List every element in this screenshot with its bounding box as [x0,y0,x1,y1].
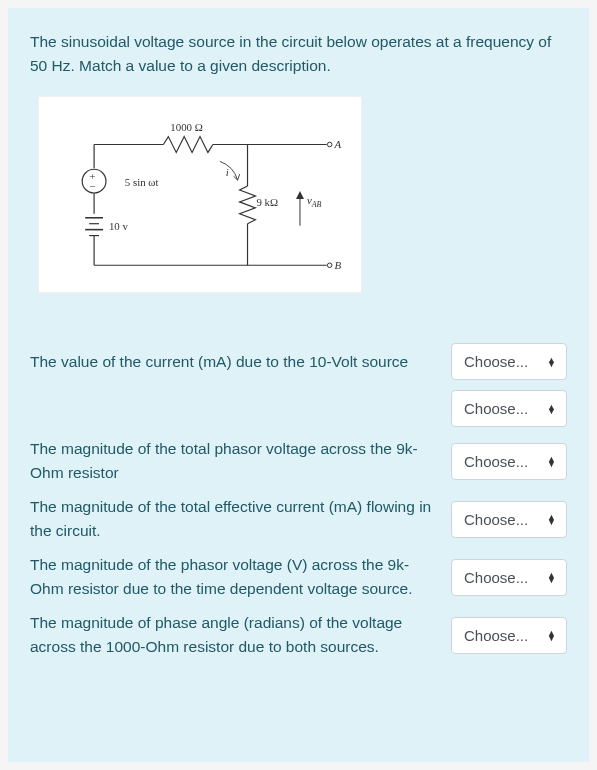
dropdown-value: Choose... [464,511,528,528]
dropdown-value: Choose... [464,453,528,470]
sort-icon: ▲▼ [547,357,556,366]
match-row: The magnitude of the phasor voltage (V) … [30,553,567,601]
dropdown-value: Choose... [464,353,528,370]
label-r1: 1000 Ω [170,121,203,133]
match-label: The magnitude of the total phasor voltag… [30,437,451,485]
circuit-diagram: + − 1000 Ω 5 sin ωt 10 v [38,96,362,293]
label-dc-src: 10 v [109,220,129,232]
sort-icon: ▲▼ [547,515,556,524]
match-row: The magnitude of the total effective cur… [30,495,567,543]
sort-icon: ▲▼ [547,573,556,582]
svg-text:−: − [89,180,95,192]
dropdown-value: Choose... [464,569,528,586]
match-row: Choose... ▲▼ [30,390,567,427]
label-vab: vAB [307,194,322,209]
match-label: The value of the current (mA) due to the… [30,350,451,374]
answer-dropdown[interactable]: Choose... ▲▼ [451,501,567,538]
question-panel: The sinusoidal voltage source in the cir… [8,8,589,762]
answer-dropdown[interactable]: Choose... ▲▼ [451,390,567,427]
answer-dropdown[interactable]: Choose... ▲▼ [451,443,567,480]
answer-dropdown[interactable]: Choose... ▲▼ [451,559,567,596]
match-label: The magnitude of the total effective cur… [30,495,451,543]
label-ac-src: 5 sin ωt [125,176,159,188]
answer-dropdown[interactable]: Choose... ▲▼ [451,343,567,380]
sort-icon: ▲▼ [547,457,556,466]
label-r2: 9 kΩ [256,196,278,208]
question-prompt: The sinusoidal voltage source in the cir… [30,30,567,78]
match-label: The magnitude of phase angle (radians) o… [30,611,451,659]
match-row: The value of the current (mA) due to the… [30,343,567,380]
match-label: The magnitude of the phasor voltage (V) … [30,553,451,601]
match-row: The magnitude of phase angle (radians) o… [30,611,567,659]
dropdown-value: Choose... [464,400,528,417]
answer-dropdown[interactable]: Choose... ▲▼ [451,617,567,654]
match-row: The magnitude of the total phasor voltag… [30,437,567,485]
label-i: i [226,166,229,178]
sort-icon: ▲▼ [547,404,556,413]
label-node-a: A [334,139,342,151]
svg-point-14 [327,263,332,268]
label-node-b: B [335,259,342,271]
svg-point-2 [327,142,332,147]
sort-icon: ▲▼ [547,631,556,640]
dropdown-value: Choose... [464,627,528,644]
